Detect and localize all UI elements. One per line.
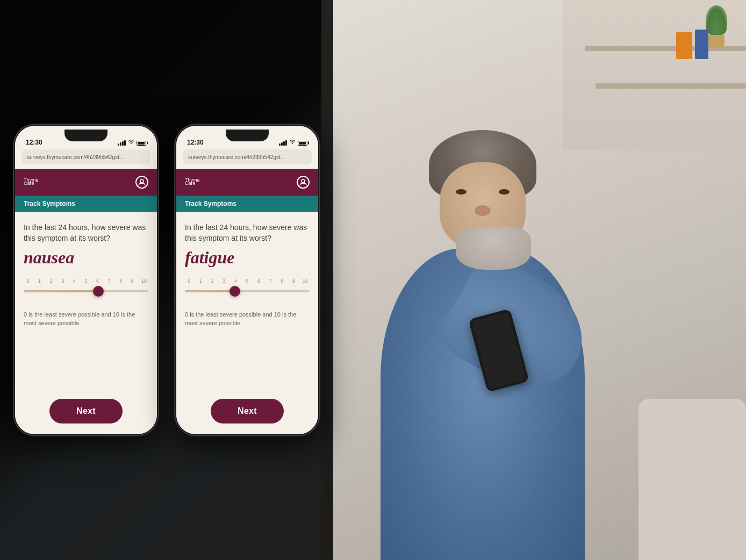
book-orange [676,32,692,59]
person-beard [456,227,531,270]
symptom-name-1: nausea [24,248,148,268]
battery-icon-1 [137,141,146,146]
signal-bar-1 [118,143,119,146]
next-btn-wrap-2: Next [185,399,310,426]
url-bar-1[interactable]: surveys.thymecare.com/4h239h542gsf... [21,149,150,164]
phones-container: 12:30 [0,0,333,560]
slider-num-5: 5 [83,278,89,284]
slider-track-wrap-1[interactable] [24,287,148,296]
photo-background [321,0,746,560]
track-bar-2: Track Symptoms [176,196,318,212]
url-text-2: surveys.thymecare.com/4h239h542gsf... [188,154,285,160]
next-button-2[interactable]: Next [211,399,284,423]
svg-point-0 [140,180,144,183]
survey-question-2: In the last 24 hours, how severe was thi… [185,222,310,243]
wifi-icon-2 [289,140,296,146]
signal-bar-2-1 [279,143,281,146]
slider2-num-5: 5 [244,278,250,284]
survey-content-2: In the last 24 hours, how severe was thi… [176,212,318,434]
slider2-num-2: 2 [209,278,216,284]
battery-icon-2 [298,141,307,146]
slider-num-3: 3 [60,278,66,284]
slider-thumb-1[interactable] [93,286,104,297]
slider2-num-9: 9 [290,278,297,284]
slider-fill-1 [24,290,98,292]
symptom-name-2: fatigue [185,248,310,268]
slider-track-wrap-2[interactable] [185,287,310,296]
thyme-logo-2: Thyme Care [185,178,200,186]
slider-num-6: 6 [95,278,101,284]
wifi-icon-1 [128,140,134,146]
slider2-num-3: 3 [221,278,227,284]
track-label-2: Track Symptoms [185,200,236,207]
profile-icon-1[interactable] [135,176,148,189]
status-icons-1 [118,140,146,146]
slider-num-7: 7 [106,278,112,284]
app-header-2: Thyme Care [176,169,318,196]
next-button-1[interactable]: Next [49,399,123,423]
survey-question-1: In the last 24 hours, how severe was thi… [24,222,148,243]
phone-mockup-1: 12:30 [13,124,159,436]
slider-num-8: 8 [118,278,124,284]
signal-bars-2 [279,140,287,146]
slider2-num-1: 1 [198,278,204,284]
signal-bar-4 [124,140,126,146]
signal-bar-2-3 [283,141,285,146]
next-btn-wrap-1: Next [24,399,148,426]
signal-bar-2-2 [281,142,283,146]
slider-num-2: 2 [48,278,54,284]
person-face [440,162,526,248]
slider-track-1 [24,290,148,292]
slider-track-2 [185,290,310,292]
slider-2[interactable]: 0 1 2 3 4 5 6 7 8 9 10 [185,278,310,296]
survey-content-1: In the last 24 hours, how severe was thi… [15,212,157,434]
status-time-2: 12:30 [187,139,204,146]
phone-notch-1 [64,130,107,141]
slider-numbers-2: 0 1 2 3 4 5 6 7 8 9 10 [185,278,310,284]
status-icons-2 [279,140,307,146]
app-header-1: Thyme Care [15,169,157,196]
slider-thumb-2[interactable] [229,286,240,297]
slider-num-9: 9 [129,278,135,284]
url-bar-2[interactable]: surveys.thymecare.com/4h239h542gsf... [183,149,312,164]
slider-fill-2 [185,290,235,292]
slider-num-0: 0 [25,278,31,284]
signal-bar-2 [120,142,121,146]
slider2-num-0: 0 [186,278,192,284]
slider2-num-4: 4 [232,278,239,284]
thyme-logo-1: Thyme Care [24,178,39,186]
phone-screen-1: 12:30 [15,126,157,434]
slider-1[interactable]: 0 1 2 3 4 5 6 7 8 9 10 [24,278,148,296]
slider-numbers-1: 0 1 2 3 4 5 6 7 8 9 10 [24,278,148,284]
slider-num-10: 10 [141,278,147,284]
svg-point-1 [302,180,305,183]
plant-leaves [706,5,727,35]
person-head [429,130,536,254]
phone-notch-2 [226,130,269,141]
slider2-num-7: 7 [267,278,274,284]
url-text-1: surveys.thymecare.com/4h239h542gsf... [27,154,124,160]
slider2-num-6: 6 [256,278,262,284]
signal-bars-1 [118,140,126,146]
slider2-num-8: 8 [279,278,285,284]
plant-pot [708,35,725,48]
phone-mockup-2: 12:30 [175,124,320,436]
signal-bar-3 [122,141,124,146]
book-blue [695,30,708,59]
person [354,87,622,560]
slider-num-4: 4 [71,278,77,284]
chair [639,399,746,560]
track-label-1: Track Symptoms [24,200,75,207]
slider-num-1: 1 [37,278,43,284]
signal-bar-2-4 [285,140,287,146]
slider-hint-1: 0 is the least severe possible and 10 is… [24,311,148,327]
slider2-num-10: 10 [302,278,309,284]
profile-icon-2[interactable] [297,176,310,189]
slider-hint-2: 0 is the least severe possible and 10 is… [185,311,310,327]
status-time-1: 12:30 [26,139,42,146]
track-bar-1: Track Symptoms [15,196,157,212]
phone-screen-2: 12:30 [176,126,318,434]
